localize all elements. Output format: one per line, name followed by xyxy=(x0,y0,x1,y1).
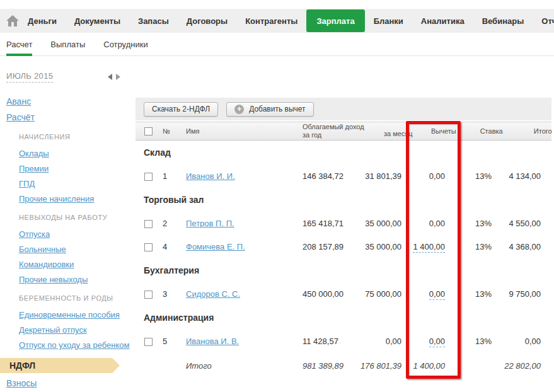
total-cell: 4 368,00 xyxy=(494,242,551,251)
nav-tab[interactable]: Отчеты xyxy=(533,9,554,33)
sub-navigation: РасчетВыплатыСотрудники xyxy=(0,33,554,56)
totals-row: Итого 981 389,89 176 801,39 1 400,00 22 … xyxy=(136,353,551,378)
sidebar-link[interactable]: Единовременные пособия xyxy=(19,310,120,320)
nav-tab[interactable]: Контрагенты xyxy=(236,9,306,33)
nav-tab[interactable]: Запасы xyxy=(129,9,178,33)
sidebar-section-title: НАЧИСЛЕНИЯ xyxy=(19,133,136,141)
nav-tab[interactable]: Документы xyxy=(66,9,129,33)
rate-cell: 13% xyxy=(449,289,494,299)
group-header-row: Администрация xyxy=(136,306,551,330)
total-cell: 0,00 xyxy=(494,337,551,346)
totals-deduction: 1 400,00 xyxy=(405,361,449,371)
previous-month-icon[interactable] xyxy=(108,74,112,80)
period-label[interactable]: ИЮЛЬ 2015 xyxy=(6,71,53,83)
row-number: 2 xyxy=(154,219,178,228)
deduction-value: 0,00 xyxy=(429,219,445,228)
income-year-cell: 450 000,00 xyxy=(295,289,353,299)
row-checkbox[interactable] xyxy=(144,291,153,299)
employee-link[interactable]: Фомичева Е. П. xyxy=(186,242,245,251)
group-header-label: Администрация xyxy=(144,313,214,323)
header-income-month: за месяц xyxy=(364,130,416,140)
rate-cell: 13% xyxy=(449,219,494,228)
sidebar-link[interactable]: Командировки xyxy=(19,260,74,269)
add-deduction-label: Добавить вычет xyxy=(249,105,305,113)
sidebar-section-title: БЕРЕМЕННОСТЬ И РОДЫ xyxy=(19,294,136,302)
sidebar-top-link[interactable]: Аванс xyxy=(6,96,31,107)
sidebar-link[interactable]: Прочие начисления xyxy=(19,194,94,204)
next-month-icon[interactable] xyxy=(116,74,120,80)
deduction-value[interactable]: 1 400,00 xyxy=(413,242,445,253)
period-picker: ИЮЛЬ 2015 xyxy=(6,71,129,83)
deduction-value[interactable]: 0,00 xyxy=(429,289,445,300)
income-year-cell: 146 384,72 xyxy=(295,171,353,181)
income-month-cell: 31 801,39 xyxy=(353,171,405,181)
sidebar-link[interactable]: Декретный отпуск xyxy=(19,325,87,335)
table-row: 1 Иванов И. И. 146 384,72 31 801,39 0,00… xyxy=(136,164,551,188)
sidebar-link[interactable]: Прочие невыходы xyxy=(19,275,88,284)
subnav-tab[interactable]: Сотрудники xyxy=(103,33,147,55)
row-number: 4 xyxy=(154,242,178,251)
income-month-cell: 35 000,00 xyxy=(353,219,405,228)
download-2ndfl-button[interactable]: Скачать 2-НДФЛ xyxy=(144,102,218,117)
sidebar-top-link[interactable]: Расчёт xyxy=(6,112,35,122)
nav-tab[interactable]: Договоры xyxy=(178,9,236,33)
sidebar-link[interactable]: ГПД xyxy=(19,179,35,188)
totals-income-month: 176 801,39 xyxy=(353,361,405,371)
add-deduction-button[interactable]: + Добавить вычет xyxy=(226,102,313,117)
sidebar-link[interactable]: Больничные xyxy=(19,245,66,254)
table-row: 5 Иванова И. В. 11 428,57 0,00 0,00 13% … xyxy=(136,330,551,353)
sidebar-link[interactable]: Премии xyxy=(19,164,49,173)
header-rate: Ставка xyxy=(460,127,505,135)
income-year-cell: 208 157,89 xyxy=(295,242,353,251)
top-navigation: ДеньгиДокументыЗапасыДоговорыКонтрагенты… xyxy=(0,9,554,33)
group-header-row: Торговый зал xyxy=(136,188,551,212)
header-name: Имя xyxy=(178,127,295,135)
nav-tab[interactable]: Вебинары xyxy=(473,9,533,33)
sidebar-link[interactable]: Отпуск по уходу за ребенком xyxy=(19,340,129,350)
totals-income-year: 981 389,89 xyxy=(295,361,353,371)
nav-tab[interactable]: Бланки xyxy=(365,9,412,33)
row-checkbox[interactable] xyxy=(144,338,153,346)
header-num: № xyxy=(154,127,178,135)
total-cell: 4 550,00 xyxy=(494,219,551,228)
rate-cell: 13% xyxy=(449,242,494,251)
employee-link[interactable]: Иванова И. В. xyxy=(186,337,239,346)
select-all-checkbox[interactable] xyxy=(144,127,153,135)
subnav-tab[interactable]: Расчет xyxy=(6,33,32,55)
income-month-cell: 35 000,00 xyxy=(353,242,405,251)
income-year-cell: 165 418,71 xyxy=(295,219,353,228)
deduction-value: 0,00 xyxy=(429,171,445,181)
home-button[interactable] xyxy=(6,9,19,33)
sidebar-link[interactable]: Отпуска xyxy=(19,229,50,239)
totals-label: Итого xyxy=(178,361,295,371)
row-number: 1 xyxy=(154,171,178,181)
nav-tab[interactable]: Аналитика xyxy=(412,9,473,33)
nav-tab[interactable]: Зарплата xyxy=(306,9,364,32)
employee-link[interactable]: Иванов И. И. xyxy=(186,171,235,181)
row-number: 5 xyxy=(154,337,178,346)
toolbar: Скачать 2-НДФЛ + Добавить вычет xyxy=(136,98,551,120)
subnav-tab[interactable]: Выплаты xyxy=(50,33,85,55)
sidebar-item-ndfl-active[interactable]: НДФЛ xyxy=(0,358,112,373)
home-icon xyxy=(6,15,19,26)
group-header-row: Бухгалтерия xyxy=(136,258,551,282)
sidebar-link[interactable]: Оклады xyxy=(19,149,49,158)
group-header-row: Склад xyxy=(136,141,551,164)
sidebar-item-vznosy[interactable]: Взносы xyxy=(6,378,37,388)
table-row: 3 Сидоров С. С. 450 000,00 75 000,00 0,0… xyxy=(136,282,551,306)
row-checkbox[interactable] xyxy=(144,220,153,228)
employee-link[interactable]: Сидоров С. С. xyxy=(186,289,240,299)
row-checkbox[interactable] xyxy=(144,243,153,251)
header-income-year: Облагаемый доход за год xyxy=(295,123,364,139)
table-header-row: № Имя Облагаемый доход за год за месяц В… xyxy=(136,122,551,141)
row-checkbox[interactable] xyxy=(144,173,153,181)
income-year-cell: 11 428,57 xyxy=(295,337,353,346)
nav-tab[interactable]: Деньги xyxy=(19,9,66,33)
rate-cell: 13% xyxy=(449,171,494,181)
employee-link[interactable]: Петров П. П. xyxy=(186,219,234,228)
table-row: 2 Петров П. П. 165 418,71 35 000,00 0,00… xyxy=(136,212,551,235)
deduction-value[interactable]: 0,00 xyxy=(429,337,445,347)
sidebar-section-title: НЕВЫХОДЫ НА РАБОТУ xyxy=(19,214,136,221)
sidebar: ИЮЛЬ 2015 АвансРасчётНАЧИСЛЕНИЯОкладыПре… xyxy=(0,56,136,388)
sidebar-links: АвансРасчётНАЧИСЛЕНИЯОкладыПремииГПДПроч… xyxy=(0,96,136,350)
